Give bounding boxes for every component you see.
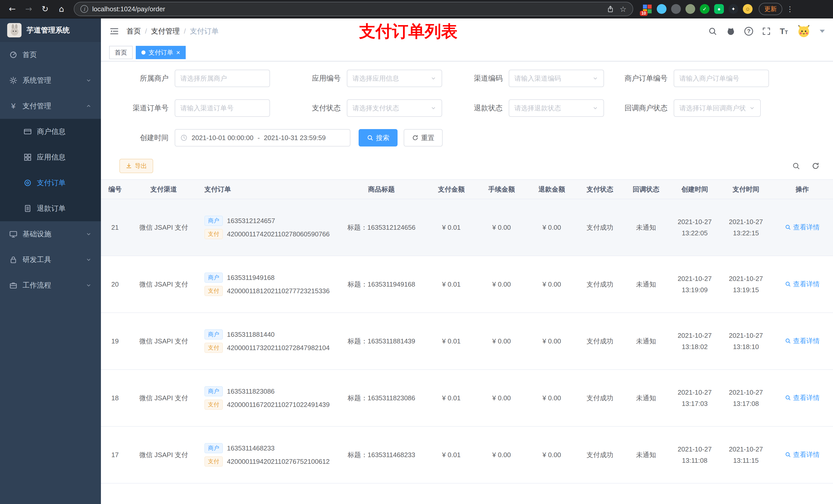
view-detail-link[interactable]: 查看详情: [785, 223, 820, 232]
channel-order-no-input[interactable]: [175, 99, 270, 117]
table-search-icon[interactable]: [792, 162, 800, 170]
help-icon[interactable]: ?: [744, 27, 753, 35]
pay-channel: 微信 JSAPI 支付: [129, 369, 198, 426]
merchant-tag: 商户: [205, 272, 223, 283]
breadcrumb-home[interactable]: 首页: [126, 26, 141, 36]
search-icon[interactable]: [708, 27, 717, 36]
sidebar-menu: 首页 系统管理 ¥ 支付管理 商户信息 应用信息: [0, 42, 101, 298]
sidebar-fold-icon[interactable]: [109, 26, 119, 37]
reload-icon[interactable]: ↻: [38, 2, 52, 16]
create-time-range-picker[interactable]: 2021-10-01 00:00:00 - 2021-10-31 23:59:5…: [175, 129, 351, 146]
chevron-down-icon: [86, 77, 92, 83]
github-icon[interactable]: [726, 26, 736, 36]
sidebar-item-pay-order[interactable]: 支付订单: [0, 170, 101, 196]
extension-icon-drop[interactable]: [657, 4, 667, 14]
sidebar-item-pay[interactable]: ¥ 支付管理: [0, 93, 101, 119]
notify-status: 未通知: [623, 199, 669, 256]
reset-button[interactable]: 重置: [404, 129, 443, 146]
extension-icon-pinwheel[interactable]: ✦: [729, 4, 738, 14]
bookmark-star-icon[interactable]: ☆: [620, 5, 626, 14]
back-icon[interactable]: ←: [5, 2, 20, 16]
sidebar-item-merchant-info[interactable]: 商户信息: [0, 119, 101, 144]
breadcrumb: 首页 / 支付管理 / 支付订单: [126, 26, 219, 36]
extension-icon-chat[interactable]: ●: [714, 4, 724, 14]
app-logo: 芋道管理系统: [0, 19, 101, 42]
chevron-down-icon: [749, 105, 755, 111]
sidebar-item-infra[interactable]: 基础设施: [0, 221, 101, 247]
refund-status-select[interactable]: 请选择退款状态: [509, 99, 604, 117]
table-refresh-icon[interactable]: [811, 162, 820, 170]
breadcrumb-pay[interactable]: 支付管理: [151, 26, 180, 36]
pay-order-no: 4200001181202110277723215336: [227, 287, 330, 295]
pay-time: 2021-10-2713:17:08: [720, 369, 771, 426]
tab-pay-order[interactable]: 支付订单 ×: [136, 46, 186, 59]
export-button[interactable]: 导出: [119, 159, 153, 173]
extension-icon-emoji[interactable]: ☺: [743, 4, 753, 14]
app-select[interactable]: 请选择应用信息: [347, 70, 442, 87]
merchant-tag: 商户: [205, 443, 223, 453]
view-detail-link[interactable]: 查看详情: [785, 280, 820, 289]
notify-status-select[interactable]: 请选择订单回调商户状态: [674, 99, 761, 117]
extension-icon-olive[interactable]: [686, 4, 695, 14]
search-button[interactable]: 搜索: [359, 129, 398, 146]
view-detail-link[interactable]: 查看详情: [785, 393, 820, 402]
sidebar-item-home[interactable]: 首页: [0, 42, 101, 68]
table-row: 17 微信 JSAPI 支付 商户1635311468233 支付4200001…: [101, 426, 833, 483]
create-time: 2021-10-2713:18:02: [669, 313, 720, 369]
merchant-input[interactable]: [175, 70, 270, 87]
share-icon[interactable]: [606, 5, 615, 13]
extension-icon-gray[interactable]: [671, 4, 681, 14]
card-icon: [24, 127, 32, 136]
pay-time: 2021-10-2713:11:15: [720, 426, 771, 483]
merchant-order-no: 1635311823086: [227, 387, 275, 395]
pay-channel: 微信 JSAPI 支付: [129, 426, 198, 483]
app-title: 芋道管理系统: [27, 25, 70, 35]
sidebar-item-refund-order[interactable]: 退款订单: [0, 196, 101, 221]
col-header-status: 支付状态: [577, 179, 623, 199]
extension-badge: 10: [640, 11, 647, 16]
pay-status-select[interactable]: 请选择支付状态: [347, 99, 442, 117]
fullscreen-icon[interactable]: [762, 27, 771, 36]
site-info-icon[interactable]: i: [80, 5, 88, 13]
channel-code-select[interactable]: 请输入渠道编码: [509, 70, 604, 87]
order-id: 21: [101, 199, 129, 256]
date-start[interactable]: 2021-10-01 00:00:00: [192, 134, 253, 142]
refresh-icon: [412, 135, 419, 141]
table-row: 19 微信 JSAPI 支付 商户1635311881440 支付4200001…: [101, 313, 833, 369]
extension-icon-pixel[interactable]: 10: [642, 4, 652, 14]
dashboard-icon: [9, 51, 18, 59]
view-detail-link[interactable]: 查看详情: [785, 450, 820, 459]
browser-update-button[interactable]: 更新: [759, 3, 782, 15]
browser-menu-icon[interactable]: ⋮: [786, 5, 793, 13]
date-end[interactable]: 2021-10-31 23:59:59: [264, 134, 326, 142]
pay-submenu: 商户信息 应用信息 支付订单 退款订单: [0, 119, 101, 221]
filter-label-channel-order-no: 渠道订单号: [113, 103, 175, 113]
address-bar[interactable]: i localhost:1024/pay/order ☆: [74, 2, 633, 16]
extension-icon-check[interactable]: ✓: [700, 4, 710, 14]
avatar-caret-icon[interactable]: [820, 30, 825, 33]
product-title: 标题：1635311823086: [337, 369, 426, 426]
pay-status: 支付成功: [577, 313, 623, 369]
avatar[interactable]: [796, 24, 811, 39]
merchant-order-no-input[interactable]: [674, 70, 769, 87]
forward-icon[interactable]: →: [22, 2, 36, 16]
refund-amount: ¥ 0.00: [527, 256, 577, 313]
notify-status: 未通知: [623, 426, 669, 483]
view-detail-link[interactable]: 查看详情: [785, 337, 820, 345]
pay-status: 支付成功: [577, 426, 623, 483]
sidebar-item-system[interactable]: 系统管理: [0, 68, 101, 93]
tab-home[interactable]: 首页: [109, 46, 133, 59]
close-icon[interactable]: ×: [176, 49, 180, 56]
home-icon[interactable]: ⌂: [54, 2, 69, 16]
fee-amount: ¥ 0.00: [476, 199, 527, 256]
search-icon: [367, 135, 374, 141]
sidebar-item-workflow[interactable]: 工作流程: [0, 272, 101, 298]
sidebar-item-app-info[interactable]: 应用信息: [0, 144, 101, 170]
chevron-down-icon: [86, 257, 92, 263]
url-text[interactable]: localhost:1024/pay/order: [92, 5, 602, 13]
col-header-notify: 回调状态: [623, 179, 669, 199]
pay-time: 2021-10-2713:18:10: [720, 313, 771, 369]
search-icon: [785, 394, 791, 401]
font-size-icon[interactable]: TT: [780, 27, 788, 35]
sidebar-item-dev-tools[interactable]: 研发工具: [0, 247, 101, 272]
